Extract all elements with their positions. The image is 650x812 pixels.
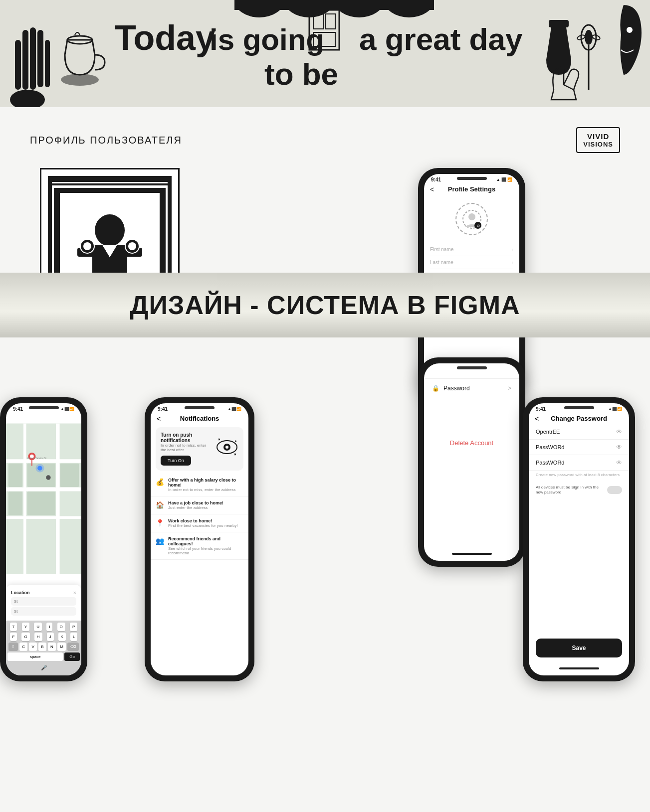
svg-text:Today: Today bbox=[115, 18, 215, 57]
key-shift[interactable]: ⇧ bbox=[8, 643, 18, 651]
svg-point-25 bbox=[585, 30, 593, 45]
svg-rect-7 bbox=[15, 40, 21, 90]
key-c[interactable]: C bbox=[19, 643, 27, 651]
key-y[interactable]: P bbox=[70, 623, 77, 631]
key-t[interactable]: O bbox=[57, 623, 65, 631]
eye-icon-1[interactable]: 👁 bbox=[616, 428, 622, 435]
svg-point-61 bbox=[46, 475, 50, 480]
svg-point-41 bbox=[83, 242, 91, 250]
push-title: Turn on push notifications bbox=[161, 432, 212, 443]
title-overlay: ДИЗАЙН - СИСТЕМА В FIGMA bbox=[0, 273, 650, 337]
key-delete[interactable]: ⌫ bbox=[67, 643, 79, 651]
brand-logo: VIVID VISIONS bbox=[576, 127, 620, 153]
map-close-btn[interactable]: × bbox=[73, 590, 76, 596]
eye-icon-3[interactable]: 👁 bbox=[616, 459, 622, 466]
key-m[interactable]: M bbox=[57, 643, 66, 651]
svg-point-63 bbox=[35, 464, 44, 473]
phone-notifications: 9:41 ▲⬛📶 < Notifications Turn on push no… bbox=[145, 397, 254, 681]
key-d[interactable]: H bbox=[34, 633, 42, 641]
password-label: Password bbox=[443, 385, 470, 392]
svg-text:Aharon Ya'akov St: Aharon Ya'akov St bbox=[27, 457, 46, 460]
cp-value1: OpentrEE bbox=[536, 429, 560, 435]
push-sub: In order not to miss, enter the best off… bbox=[161, 443, 212, 452]
svg-point-28 bbox=[627, 27, 633, 33]
notif-item-3-sub: See which of your friends you could reco… bbox=[168, 546, 243, 555]
svg-rect-11 bbox=[45, 40, 50, 87]
svg-rect-53 bbox=[8, 464, 22, 487]
key-r[interactable]: I bbox=[46, 623, 52, 631]
svg-rect-55 bbox=[60, 464, 79, 487]
street-input-2[interactable] bbox=[11, 607, 76, 616]
section-header: ПРОФИЛЬ ПОЛЬЗОВАТЕЛЯ VIVID VISIONS bbox=[0, 107, 650, 168]
notif-item-2-sub: Find the best vacancies for you nearby! bbox=[168, 523, 238, 528]
ps-title: Profile Settings bbox=[448, 185, 495, 193]
cp-hint: Create new password with at least 8 char… bbox=[529, 471, 629, 481]
cp-save-btn[interactable]: Save bbox=[536, 639, 622, 657]
svg-point-12 bbox=[61, 74, 99, 86]
ps-back-btn[interactable]: < bbox=[430, 185, 434, 193]
svg-point-67 bbox=[225, 446, 228, 449]
notif-item-2-title: Work close to home! bbox=[168, 518, 238, 523]
cp-field2[interactable]: PassWORd 👁 bbox=[529, 440, 629, 455]
phone-profile-lower: 🔒 Password > Delete Account bbox=[418, 357, 525, 567]
svg-rect-57 bbox=[27, 491, 55, 515]
key-q[interactable]: T bbox=[10, 623, 17, 631]
key-f[interactable]: J bbox=[47, 633, 54, 641]
ps-field2-chevron: › bbox=[512, 260, 513, 265]
notif-item-0-sub: In order not to miss, enter the address bbox=[168, 487, 243, 492]
street-input-1[interactable] bbox=[11, 597, 76, 606]
main-content: ДИЗАЙН - СИСТЕМА В FIGMA 9:41 ▲ ⬛ 📶 < Pr… bbox=[0, 168, 650, 766]
title-overlay-text: ДИЗАЙН - СИСТЕМА В FIGMA bbox=[130, 290, 520, 320]
key-space[interactable]: space bbox=[7, 652, 63, 661]
svg-text:a great day: a great day bbox=[359, 22, 523, 56]
key-s[interactable]: G bbox=[21, 633, 29, 641]
cp-toggle[interactable] bbox=[607, 486, 622, 494]
cp-value2: PassWORd bbox=[536, 444, 564, 450]
cp-back-btn[interactable]: < bbox=[535, 415, 539, 423]
svg-point-44 bbox=[468, 213, 475, 220]
key-n[interactable]: N bbox=[48, 643, 56, 651]
eye-icon-2[interactable]: 👁 bbox=[616, 444, 622, 451]
key-g[interactable]: K bbox=[58, 633, 66, 641]
notif-item-1-title: Have a job close to home! bbox=[168, 500, 223, 505]
delete-account-label[interactable]: Delete Account bbox=[450, 439, 493, 447]
cp-toggle-text: All devices must be Sign In with the new… bbox=[536, 485, 606, 495]
svg-text:is going: is going bbox=[210, 23, 324, 56]
phone-map: 9:41 ▲⬛📶 bbox=[0, 397, 87, 681]
notif-item-1-sub: Just enter the address bbox=[168, 505, 223, 510]
cp-time: 9:41 bbox=[536, 406, 546, 412]
svg-rect-31 bbox=[50, 183, 170, 185]
cp-field3[interactable]: PassWORd 👁 bbox=[529, 455, 629, 471]
svg-text:⚙: ⚙ bbox=[476, 224, 479, 228]
cp-title: Change Password bbox=[551, 415, 607, 422]
key-b[interactable]: B bbox=[38, 643, 46, 651]
svg-rect-10 bbox=[37, 30, 43, 87]
key-e[interactable]: U bbox=[34, 623, 42, 631]
key-mic[interactable]: 🎤 bbox=[41, 665, 47, 670]
notif-back-btn[interactable]: < bbox=[157, 415, 161, 423]
ps-field2-label: Last name bbox=[430, 260, 453, 265]
phone-change-password: 9:41 ▲⬛📶 < Change Password OpentrEE 👁 Pa… bbox=[523, 397, 635, 681]
location-label: Location bbox=[11, 590, 30, 595]
ps-field1-chevron: › bbox=[512, 247, 513, 252]
svg-rect-5 bbox=[234, 0, 434, 10]
notif-item-3-title: Recommend friends and colleagues! bbox=[168, 536, 243, 546]
key-go[interactable]: Go bbox=[64, 652, 80, 661]
ps-field1-label: First name bbox=[430, 247, 453, 252]
push-btn[interactable]: Turn On bbox=[161, 456, 191, 466]
brand-line1: VIVID bbox=[587, 132, 609, 141]
ps-time: 9:41 bbox=[431, 177, 441, 182]
key-v[interactable]: V bbox=[29, 643, 36, 651]
key-w[interactable]: Y bbox=[22, 623, 29, 631]
svg-rect-22 bbox=[549, 20, 569, 27]
notif-title: Notifications bbox=[180, 415, 219, 422]
ps-avatar[interactable]: ⚙ bbox=[455, 203, 488, 235]
cp-field1[interactable]: OpentrEE 👁 bbox=[529, 424, 629, 440]
section-title: ПРОФИЛЬ ПОЛЬЗОВАТЕЛЯ bbox=[30, 135, 182, 146]
svg-text:to be: to be bbox=[264, 57, 338, 91]
cp-value3: PassWORd bbox=[536, 460, 564, 466]
svg-rect-56 bbox=[8, 491, 22, 515]
key-h[interactable]: L bbox=[70, 633, 77, 641]
key-a[interactable]: F bbox=[10, 633, 17, 641]
svg-rect-9 bbox=[30, 27, 36, 90]
